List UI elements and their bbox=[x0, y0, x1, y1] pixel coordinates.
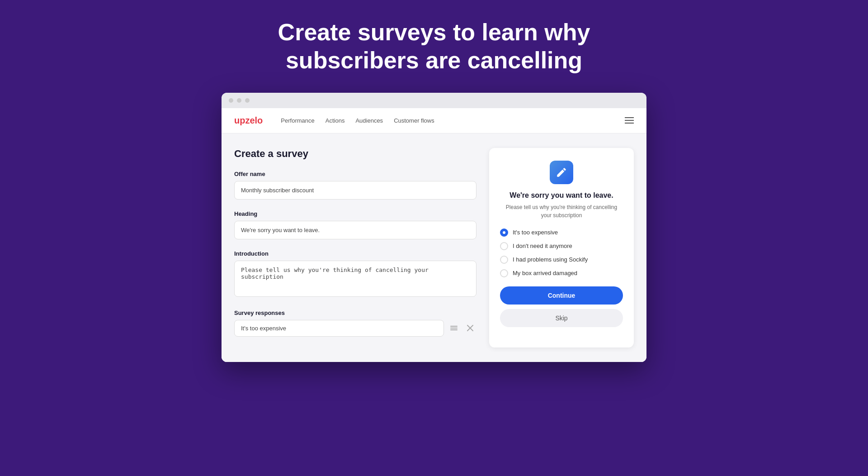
browser-window: upzelo Performance Actions Audiences Cus… bbox=[222, 93, 646, 362]
preview-card: We're sorry you want to leave. Please te… bbox=[489, 148, 634, 347]
drag-handle-icon[interactable] bbox=[448, 322, 460, 334]
radio-circle-3 bbox=[500, 256, 508, 264]
preview-intro: Please tell us why you're thinking of ca… bbox=[500, 203, 623, 219]
browser-dot-2 bbox=[237, 98, 241, 103]
survey-response-row-1 bbox=[234, 320, 476, 337]
svg-rect-0 bbox=[450, 326, 458, 327]
svg-rect-1 bbox=[450, 328, 458, 328]
introduction-group: Introduction Please tell us why you're t… bbox=[234, 250, 476, 299]
radio-label-1: It's too expensive bbox=[513, 229, 558, 236]
offer-name-label: Offer name bbox=[234, 171, 476, 177]
delete-response-icon[interactable] bbox=[464, 322, 476, 334]
radio-circle-4 bbox=[500, 269, 508, 277]
nav: upzelo Performance Actions Audiences Cus… bbox=[222, 108, 646, 133]
response-input-1[interactable] bbox=[234, 320, 444, 337]
radio-option-4[interactable]: My box arrived damaged bbox=[500, 269, 623, 277]
browser-content: upzelo Performance Actions Audiences Cus… bbox=[222, 108, 646, 362]
heading-label: Heading bbox=[234, 210, 476, 217]
skip-button[interactable]: Skip bbox=[500, 309, 623, 327]
browser-dot-3 bbox=[245, 98, 250, 103]
form-title: Create a survey bbox=[234, 148, 476, 160]
continue-button[interactable]: Continue bbox=[500, 286, 623, 305]
survey-responses-group: Survey responses bbox=[234, 309, 476, 337]
radio-options: It's too expensive I don't need it anymo… bbox=[500, 228, 623, 277]
logo-text-up: up bbox=[234, 115, 245, 125]
radio-circle-1 bbox=[500, 228, 508, 237]
preview-icon bbox=[550, 161, 573, 184]
radio-option-1[interactable]: It's too expensive bbox=[500, 228, 623, 237]
form-section: Create a survey Offer name Heading Intro… bbox=[234, 148, 489, 347]
browser-bar bbox=[222, 93, 646, 108]
introduction-label: Introduction bbox=[234, 250, 476, 257]
nav-link-performance[interactable]: Performance bbox=[281, 117, 314, 124]
offer-name-input[interactable] bbox=[234, 181, 476, 200]
main-content: Create a survey Offer name Heading Intro… bbox=[222, 133, 646, 362]
radio-label-2: I don't need it anymore bbox=[513, 243, 572, 249]
logo[interactable]: upzelo bbox=[234, 115, 263, 126]
hero-title: Create surveys to learn why subscribers … bbox=[253, 18, 615, 75]
radio-option-3[interactable]: I had problems using Sockify bbox=[500, 256, 623, 264]
radio-label-4: My box arrived damaged bbox=[513, 270, 577, 276]
nav-links: Performance Actions Audiences Customer f… bbox=[281, 117, 625, 124]
heading-group: Heading bbox=[234, 210, 476, 239]
logo-text-zelo: zelo bbox=[245, 115, 263, 125]
browser-dot-1 bbox=[229, 98, 233, 103]
heading-input[interactable] bbox=[234, 221, 476, 239]
pencil-icon bbox=[556, 167, 567, 178]
radio-circle-2 bbox=[500, 242, 508, 250]
radio-option-2[interactable]: I don't need it anymore bbox=[500, 242, 623, 250]
radio-label-3: I had problems using Sockify bbox=[513, 256, 588, 263]
nav-link-actions[interactable]: Actions bbox=[326, 117, 345, 124]
preview-heading: We're sorry you want to leave. bbox=[509, 191, 613, 200]
nav-link-customer-flows[interactable]: Customer flows bbox=[394, 117, 434, 124]
nav-link-audiences[interactable]: Audiences bbox=[355, 117, 383, 124]
offer-name-group: Offer name bbox=[234, 171, 476, 200]
hamburger-menu-icon[interactable] bbox=[625, 117, 634, 124]
svg-rect-2 bbox=[450, 329, 458, 330]
introduction-textarea[interactable]: Please tell us why you're thinking of ca… bbox=[234, 261, 476, 297]
survey-responses-label: Survey responses bbox=[234, 309, 476, 316]
